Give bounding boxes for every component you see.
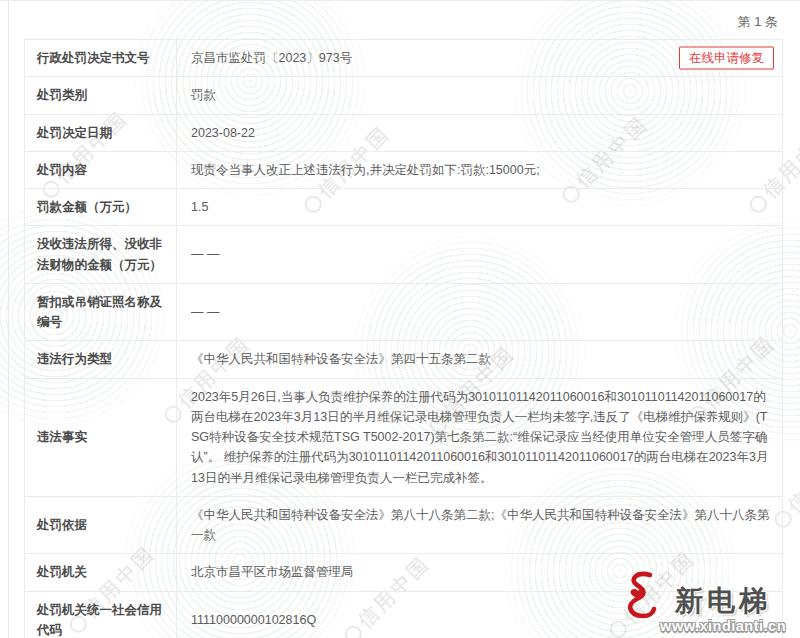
row-label: 处罚依据 xyxy=(25,496,177,554)
row-value: — — xyxy=(177,283,783,341)
table-row: 没收违法所得、没收非法财物的金额（万元） — — xyxy=(25,226,783,284)
table-row: 罚款金额（万元） 1.5 xyxy=(25,189,783,226)
row-label: 违法事实 xyxy=(25,378,177,496)
table-row: 处罚类别 罚款 xyxy=(25,77,783,114)
table-row: 违法事实 2023年5月26日,当事人负责维护保养的注册代码为301011011… xyxy=(25,378,783,496)
xindianti-logo: 新电梯 www.xindianti.cn xyxy=(622,570,786,634)
row-label: 处罚机关 xyxy=(25,554,177,591)
row-value: 2023年5月26日,当事人负责维护保养的注册代码为30101101142011… xyxy=(177,378,783,496)
page-header: 第 1 条 xyxy=(0,1,800,39)
table-row: 处罚决定日期 2023-08-22 xyxy=(25,114,783,151)
row-value: 1.5 xyxy=(177,189,783,226)
record-index: 第 1 条 xyxy=(738,14,778,29)
table-row: 违法行为类型 《中华人民共和国特种设备安全法》第四十五条第二款 xyxy=(25,341,783,378)
row-value: 《中华人民共和国特种设备安全法》第八十八条第二款;《中华人民共和国特种设备安全法… xyxy=(177,496,783,554)
row-label: 罚款金额（万元） xyxy=(25,189,177,226)
row-label: 处罚类别 xyxy=(25,77,177,114)
table-row: 行政处罚决定书文号 京昌市监处罚〔2023〕973号在线申请修复 xyxy=(25,40,783,77)
row-label: 处罚决定日期 xyxy=(25,114,177,151)
row-value: 《中华人民共和国特种设备安全法》第四十五条第二款 xyxy=(177,341,783,378)
online-repair-button[interactable]: 在线申请修复 xyxy=(679,47,774,70)
row-label: 行政处罚决定书文号 xyxy=(25,40,177,77)
row-value: 罚款 xyxy=(177,77,783,114)
table-row: 暂扣或吊销证照名称及编号 — — xyxy=(25,283,783,341)
row-label: 暂扣或吊销证照名称及编号 xyxy=(25,283,177,341)
credit-record-page: 信用中国信用中国信用中国信用中国信用中国信用中国信用中国信用中国信用中国信用中国… xyxy=(0,0,800,638)
table-row: 处罚内容 现责令当事人改正上述违法行为,并决定处罚如下:罚款:15000元; xyxy=(25,151,783,188)
logo-text: 新电梯 xyxy=(660,582,786,620)
row-label: 没收违法所得、没收非法财物的金额（万元） xyxy=(25,226,177,284)
row-value: — — xyxy=(177,226,783,284)
table-row: 处罚依据 《中华人民共和国特种设备安全法》第八十八条第二款;《中华人民共和国特种… xyxy=(25,496,783,554)
row-value: 京昌市监处罚〔2023〕973号在线申请修复 xyxy=(177,40,783,77)
row-label: 违法行为类型 xyxy=(25,341,177,378)
logo-url: www.xindianti.cn xyxy=(660,618,786,634)
xindianti-figure-icon xyxy=(622,570,658,624)
row-label: 处罚内容 xyxy=(25,151,177,188)
page-left-divider xyxy=(8,1,9,638)
row-value: 现责令当事人改正上述违法行为,并决定处罚如下:罚款:15000元; xyxy=(177,151,783,188)
row-value: 2023-08-22 xyxy=(177,114,783,151)
penalty-detail-table: 行政处罚决定书文号 京昌市监处罚〔2023〕973号在线申请修复 处罚类别 罚款… xyxy=(24,39,783,638)
row-label: 处罚机关统一社会信用代码 xyxy=(25,591,177,638)
